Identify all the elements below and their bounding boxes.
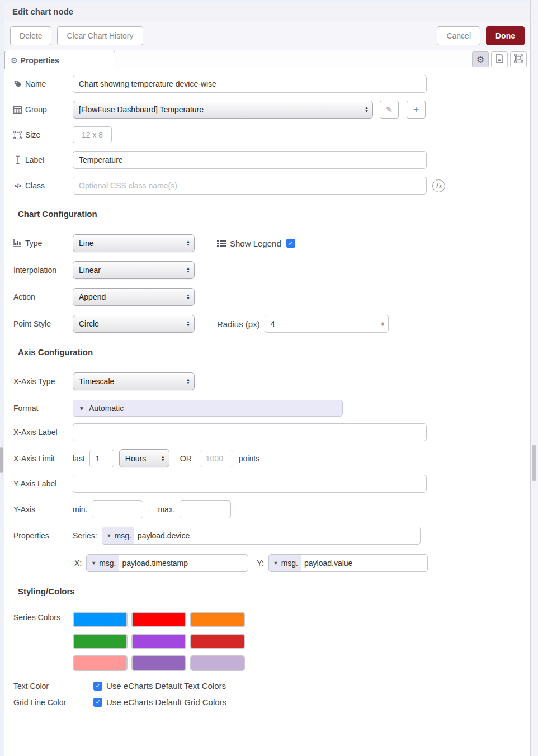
- tab-bar: ⚙ Properties ⚙: [4, 50, 530, 69]
- tag-icon: [13, 80, 22, 88]
- typed-input-prefix[interactable]: ▼ msg.: [87, 555, 119, 571]
- series-value: payload.device: [134, 527, 194, 544]
- fx-expression-icon[interactable]: fx: [432, 179, 445, 192]
- radius-label: Radius (px): [217, 319, 260, 329]
- appearance-view-button[interactable]: [510, 51, 527, 67]
- row-y-axis-minmax: Y-Axis min. max.: [13, 500, 530, 518]
- format-value: Automatic: [89, 404, 124, 413]
- row-interpolation: Interpolation Linear ▲▼: [13, 261, 530, 279]
- series-color-swatch[interactable]: [131, 612, 186, 627]
- row-x-axis-limit: X-Axis Limit last Hours ▲▼ OR points: [13, 449, 530, 467]
- x-typed-input[interactable]: ▼ msg. payload.timestamp: [86, 554, 248, 572]
- y-min-input[interactable]: [92, 500, 143, 518]
- section-styling-colors: Styling/Colors: [18, 587, 530, 596]
- size-label: Size: [25, 130, 40, 139]
- series-color-swatch[interactable]: [73, 634, 128, 649]
- point-style-label: Point Style: [13, 319, 51, 328]
- x-axis-label-input[interactable]: [73, 423, 427, 441]
- series-color-swatch[interactable]: [190, 612, 245, 627]
- i-cursor-icon: [13, 155, 22, 164]
- typed-input-prefix[interactable]: ▼ msg.: [102, 527, 134, 544]
- dialog-title: Edit chart node: [12, 7, 73, 16]
- series-color-swatch[interactable]: [73, 612, 128, 627]
- legend-list-icon: [217, 240, 226, 247]
- row-x-axis-type: X-Axis Type Timescale ▲▼: [13, 372, 530, 390]
- format-dropdown[interactable]: ▼ Automatic: [73, 400, 343, 417]
- table-icon: [13, 106, 22, 114]
- tab-properties[interactable]: ⚙ Properties: [4, 51, 115, 69]
- series-typed-input[interactable]: ▼ msg. payload.device: [102, 527, 421, 545]
- series-color-swatch[interactable]: [131, 655, 186, 671]
- x-axis-limit-points-input[interactable]: [200, 450, 233, 467]
- series-color-swatch[interactable]: [190, 655, 245, 671]
- bar-chart-icon: [13, 239, 22, 247]
- x-axis-limit-unit-select[interactable]: Hours ▲▼: [119, 449, 169, 467]
- vertical-scrollbar[interactable]: [530, 0, 538, 756]
- interpolation-select-value: Linear: [79, 266, 101, 275]
- text-color-checkbox[interactable]: [93, 682, 102, 691]
- point-style-select[interactable]: Circle ▲▼: [73, 315, 195, 333]
- chevron-down-icon: ▼: [273, 560, 279, 566]
- grid-color-checkbox[interactable]: [93, 698, 102, 707]
- row-series-colors: Series Colors: [13, 612, 530, 671]
- y-typed-input[interactable]: ▼ msg. payload.value: [268, 554, 428, 572]
- y-axis-label-label: Y-Axis Label: [13, 479, 56, 488]
- scrollbar-thumb[interactable]: [532, 445, 536, 481]
- show-legend-label: Show Legend: [230, 239, 281, 248]
- typed-input-prefix[interactable]: ▼ msg.: [269, 555, 301, 571]
- series-color-swatch[interactable]: [131, 634, 186, 649]
- label-label: Label: [25, 155, 44, 164]
- type-select[interactable]: Line ▲▼: [73, 234, 195, 252]
- gear-icon: ⚙: [476, 54, 484, 65]
- row-group: Group [FlowFuse Dashboard] Temperature ▲…: [13, 101, 530, 119]
- select-arrows-icon: ▲▼: [161, 455, 165, 462]
- select-arrows-icon: ▲▼: [186, 320, 190, 327]
- edit-group-button[interactable]: ✎: [380, 101, 399, 119]
- left-scrollbar-thumb[interactable]: [0, 447, 3, 473]
- group-select[interactable]: [FlowFuse Dashboard] Temperature ▲▼: [73, 101, 373, 119]
- y-max-input[interactable]: [180, 500, 231, 518]
- row-name: Name: [13, 75, 530, 93]
- row-type: Type Line ▲▼ Show Legend: [13, 234, 530, 252]
- x-axis-limit-label: X-Axis Limit: [13, 454, 55, 463]
- add-group-button[interactable]: +: [407, 101, 426, 119]
- select-arrows-icon: ▲▼: [186, 294, 190, 300]
- select-arrows-icon: ▲▼: [186, 378, 190, 385]
- edit-chart-node-dialog: Edit chart node Delete Clear Chart Histo…: [4, 2, 530, 756]
- name-input[interactable]: [73, 75, 427, 93]
- cancel-button[interactable]: Cancel: [437, 26, 480, 45]
- tab-properties-label: Properties: [21, 56, 59, 65]
- done-button[interactable]: Done: [486, 26, 525, 45]
- delete-button[interactable]: Delete: [10, 26, 51, 45]
- description-view-button[interactable]: [491, 51, 508, 67]
- clear-chart-history-button[interactable]: Clear Chart History: [57, 26, 143, 45]
- appearance-icon: [514, 54, 523, 65]
- radius-input[interactable]: [265, 315, 389, 333]
- action-label: Action: [13, 292, 35, 301]
- row-y-axis-label: Y-Axis Label: [13, 475, 530, 493]
- size-button[interactable]: 12 x 8: [73, 126, 112, 143]
- series-color-swatch[interactable]: [73, 655, 128, 671]
- chevron-down-icon: ▼: [107, 533, 112, 538]
- row-size: Size 12 x 8: [13, 126, 530, 143]
- x-axis-type-select-value: Timescale: [79, 377, 114, 386]
- show-legend-checkbox[interactable]: [286, 239, 295, 248]
- x-axis-limit-value-input[interactable]: [89, 450, 114, 467]
- name-label: Name: [25, 79, 46, 88]
- section-axis-configuration: Axis Configuration: [18, 347, 530, 357]
- text-color-checkbox-label: Use eCharts Default Text Colors: [106, 681, 226, 691]
- dialog-toolbar: Delete Clear Chart History Cancel Done: [4, 21, 530, 50]
- class-input[interactable]: [73, 177, 427, 195]
- chevron-down-icon: ▼: [79, 405, 84, 412]
- number-spinner-icon[interactable]: ▲▼: [381, 321, 385, 327]
- interpolation-select[interactable]: Linear ▲▼: [73, 261, 195, 279]
- y-axis-label-input[interactable]: [73, 475, 427, 493]
- properties-view-button[interactable]: ⚙: [472, 51, 489, 67]
- x-property-label: X:: [74, 559, 82, 568]
- label-input[interactable]: [73, 151, 427, 169]
- x-axis-type-select[interactable]: Timescale ▲▼: [73, 372, 195, 390]
- or-label: OR: [180, 454, 192, 463]
- x-axis-limit-unit-value: Hours: [125, 454, 146, 463]
- series-color-swatch[interactable]: [190, 634, 245, 649]
- action-select[interactable]: Append ▲▼: [73, 288, 195, 306]
